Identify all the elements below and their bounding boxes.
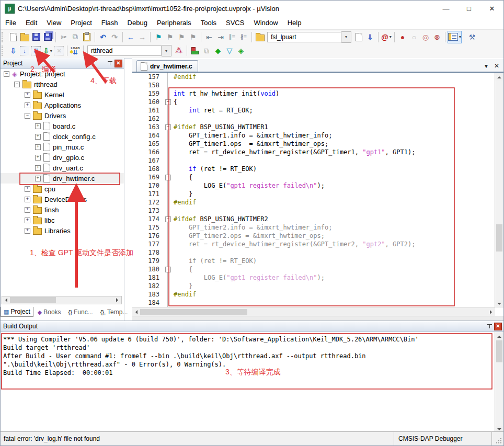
- build-output-log[interactable]: *** Using Compiler 'V5.06 update 6 (buil…: [1, 332, 495, 433]
- pack-installer-icon[interactable]: ◈: [235, 45, 247, 56]
- menu-edit[interactable]: Edit: [21, 18, 42, 28]
- expander-icon[interactable]: +: [35, 134, 41, 140]
- expander-icon[interactable]: +: [25, 218, 30, 223]
- comment-icon[interactable]: ∥≡: [226, 31, 238, 43]
- expander-icon[interactable]: +: [25, 197, 30, 202]
- menu-svcs[interactable]: SVCS: [221, 18, 249, 28]
- tab-functions[interactable]: {}Func...: [65, 307, 96, 317]
- uncomment-icon[interactable]: ∦≡: [238, 31, 249, 43]
- redo-icon[interactable]: ↷: [109, 31, 120, 43]
- expander-icon[interactable]: +: [25, 92, 30, 98]
- clear-bookmarks-icon[interactable]: ⚑: [187, 31, 199, 43]
- tree-item-drivers[interactable]: −Drivers: [1, 110, 124, 121]
- manage-rte-icon[interactable]: ◆: [212, 45, 224, 56]
- tree-item-kernel[interactable]: +Kernel: [1, 89, 124, 100]
- unindent-icon[interactable]: ⇤: [203, 31, 215, 43]
- tab-books[interactable]: ◆Books: [35, 307, 64, 317]
- pin-icon[interactable]: [108, 61, 112, 66]
- scroll-right-icon[interactable]: [487, 308, 495, 316]
- menu-help[interactable]: Help: [283, 18, 306, 28]
- target-combo-value[interactable]: rtthread: [87, 45, 162, 56]
- scroll-up-icon[interactable]: [495, 73, 503, 81]
- expander-icon[interactable]: +: [35, 144, 41, 150]
- batch-build-icon[interactable]: ⇩▾: [42, 45, 53, 56]
- tree-item-drv-uart-c[interactable]: +drv_uart.c: [1, 163, 124, 173]
- navigate-forward-icon[interactable]: →: [136, 31, 148, 43]
- close-document-icon[interactable]: ✕: [494, 62, 499, 70]
- minimize-button[interactable]: —: [434, 1, 457, 16]
- tree-item-cpu[interactable]: +cpu: [1, 184, 124, 194]
- toolbar-grip[interactable]: [2, 45, 6, 56]
- paste-icon[interactable]: [81, 31, 93, 43]
- kill-all-breakpoints-icon[interactable]: ⊗: [431, 31, 443, 43]
- tree-item-libc[interactable]: +libc: [1, 215, 124, 225]
- stop-build-icon[interactable]: ✕: [53, 45, 65, 56]
- toggle-breakpoint-icon[interactable]: ●: [397, 31, 408, 43]
- tree-item-devicedrivers[interactable]: +DeviceDrivers: [1, 194, 124, 204]
- scroll-down-icon[interactable]: [495, 300, 503, 307]
- target-combo[interactable]: rtthread▾: [87, 45, 171, 56]
- tree-item-clock-config-c[interactable]: +clock_config.c: [1, 131, 124, 142]
- navigate-back-icon[interactable]: ←: [125, 31, 136, 43]
- output-vscrollbar[interactable]: [495, 332, 503, 433]
- scrollbar-thumb[interactable]: [140, 309, 247, 315]
- disable-all-breakpoints-icon[interactable]: ◎: [420, 31, 431, 43]
- menu-view[interactable]: View: [42, 18, 66, 28]
- scroll-left-icon[interactable]: [2, 296, 10, 304]
- expander-icon[interactable]: +: [25, 102, 30, 108]
- fold-collapse-icon[interactable]: −: [165, 267, 171, 272]
- menu-window[interactable]: Window: [249, 18, 282, 28]
- close-button[interactable]: ✕: [480, 1, 503, 16]
- scroll-left-icon[interactable]: [132, 308, 140, 316]
- scrollbar-thumb[interactable]: [10, 297, 56, 303]
- window-layout-icon[interactable]: ▾: [448, 31, 462, 43]
- tree-item-pin-mux-c[interactable]: +pin_mux.c: [1, 142, 124, 152]
- tree-item-libraries[interactable]: +Libraries: [1, 225, 124, 236]
- expander-icon[interactable]: +: [35, 155, 41, 161]
- prev-bookmark-icon[interactable]: ⚑: [164, 31, 176, 43]
- tree-item-rtthread[interactable]: −rtthread: [1, 79, 124, 89]
- rebuild-all-icon[interactable]: ⇊: [30, 45, 42, 56]
- chevron-down-icon[interactable]: ▾: [162, 45, 171, 56]
- file-extensions-icon[interactable]: ⧉: [201, 45, 212, 56]
- expander-icon[interactable]: +: [25, 228, 30, 234]
- scrollbar-thumb[interactable]: [496, 224, 502, 251]
- splitter[interactable]: [132, 316, 503, 321]
- close-icon[interactable]: ✕: [114, 60, 122, 67]
- chevron-down-icon[interactable]: ▾: [390, 35, 392, 39]
- chevron-down-icon[interactable]: ▾: [459, 35, 461, 39]
- disable-breakpoint-icon[interactable]: ○: [408, 31, 420, 43]
- expander-icon[interactable]: −: [4, 71, 9, 77]
- tab-project[interactable]: ▦Project: [1, 307, 33, 317]
- fold-collapse-icon[interactable]: −: [165, 124, 171, 130]
- tab-drv-hwtimer[interactable]: drv_hwtimer.c: [136, 60, 198, 72]
- maximize-button[interactable]: □: [457, 1, 480, 16]
- tab-list-dropdown-icon[interactable]: ▼: [484, 63, 489, 69]
- insert-bookmark-icon[interactable]: ⚑: [153, 31, 164, 43]
- incremental-find-icon[interactable]: ⇓: [364, 31, 376, 43]
- select-packs-icon[interactable]: ▽: [224, 45, 235, 56]
- tab-templates[interactable]: {},Temp...: [97, 307, 131, 317]
- configuration-wrench-icon[interactable]: ⚒: [466, 31, 478, 43]
- cut-icon[interactable]: ✂: [58, 31, 70, 43]
- menu-project[interactable]: Project: [66, 18, 96, 28]
- download-icon[interactable]: LOAD⇊✱: [70, 45, 81, 56]
- fold-collapse-icon[interactable]: −: [165, 216, 171, 222]
- expander-icon[interactable]: +: [35, 165, 41, 171]
- tree-item-finsh[interactable]: +finsh: [1, 204, 124, 215]
- menu-file[interactable]: File: [1, 18, 21, 28]
- next-bookmark-icon[interactable]: ⚑: [176, 31, 187, 43]
- fold-collapse-icon[interactable]: −: [165, 99, 171, 105]
- expander-icon[interactable]: +: [25, 186, 30, 192]
- close-icon[interactable]: ✕: [494, 323, 502, 330]
- tree-item-applications[interactable]: +Applications: [1, 100, 124, 110]
- expander-icon[interactable]: −: [14, 82, 20, 87]
- editor-vscrollbar[interactable]: [495, 73, 503, 308]
- expander-icon[interactable]: +: [25, 207, 30, 213]
- find-icon[interactable]: @▾: [381, 31, 392, 43]
- scrollbar-thumb[interactable]: [496, 340, 502, 362]
- menu-tools[interactable]: Tools: [196, 18, 221, 28]
- project-hscrollbar[interactable]: [2, 296, 122, 304]
- undo-icon[interactable]: ↶: [97, 31, 109, 43]
- new-file-icon[interactable]: [7, 31, 19, 43]
